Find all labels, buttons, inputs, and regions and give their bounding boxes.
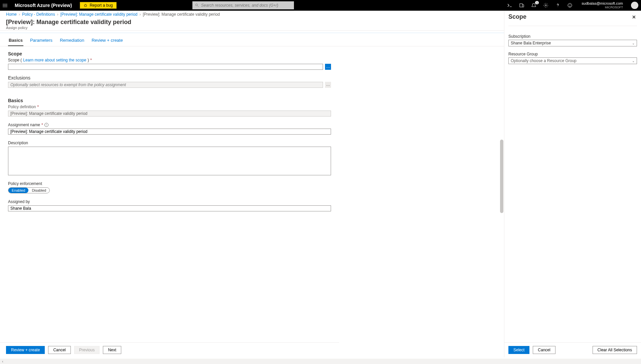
policy-definition-label: Policy definition (8, 105, 36, 109)
bug-icon (84, 3, 88, 7)
subscription-value: Shane Bala Enterprise (511, 41, 551, 45)
account-tenant: MICROSOFT (582, 5, 623, 9)
feedback-icon[interactable] (567, 2, 573, 8)
vertical-scrollbar[interactable] (499, 29, 504, 344)
chevron-down-icon: ⌄ (632, 59, 635, 63)
chevron-right-icon: › (140, 12, 141, 17)
report-bug-label: Report a bug (90, 3, 113, 8)
main-action-bar: Review + create Cancel Previous Next (0, 342, 339, 357)
topbar-right: 1 sudbalas@microsoft.com MICROSOFT (507, 1, 638, 9)
tab-review-create[interactable]: Review + create (91, 36, 124, 46)
scope-picker-button[interactable]: … (325, 64, 331, 70)
brand-title: Microsoft Azure (Preview) (15, 3, 72, 8)
section-scope-heading: Scope (8, 51, 331, 56)
svg-point-5 (569, 4, 570, 5)
required-marker: * (41, 123, 43, 127)
description-label: Description (8, 141, 28, 145)
breadcrumb-link[interactable]: Home (6, 12, 17, 17)
next-button[interactable]: Next (103, 346, 121, 354)
scope-label-suffix: ) (88, 58, 89, 62)
close-icon[interactable]: ✕ (631, 14, 637, 20)
notifications-icon[interactable]: 1 (531, 2, 537, 8)
svg-point-3 (545, 5, 546, 6)
scope-flyout: Scope ✕ Subscription Shane Bala Enterpri… (504, 11, 641, 357)
section-basics-heading: Basics (8, 98, 331, 103)
flyout-title: Scope (508, 13, 526, 20)
global-search[interactable] (192, 1, 294, 9)
tab-remediation[interactable]: Remediation (59, 36, 85, 46)
svg-point-4 (568, 3, 572, 7)
top-bar: Microsoft Azure (Preview) Report a bug 1… (0, 0, 641, 11)
scope-input[interactable] (8, 64, 323, 70)
divider (508, 26, 637, 26)
previous-button: Previous (74, 346, 100, 354)
settings-icon[interactable] (543, 2, 549, 8)
search-icon (195, 3, 199, 7)
chevron-right-icon: › (57, 12, 58, 17)
clear-all-button[interactable]: Clear All Selections (593, 346, 637, 354)
svg-rect-2 (520, 4, 522, 7)
svg-point-6 (571, 4, 571, 5)
required-marker: * (37, 105, 39, 109)
notification-badge: 1 (535, 1, 539, 4)
scope-label-prefix: Scope ( (8, 58, 22, 62)
review-create-button[interactable]: Review + create (6, 346, 45, 354)
search-input[interactable] (201, 3, 291, 8)
subscription-select[interactable]: Shane Bala Enterprise ⌄ (508, 40, 637, 46)
breadcrumb-link[interactable]: [Preview]: Manage certificate validity p… (60, 12, 138, 17)
tab-basics[interactable]: Basics (8, 36, 23, 46)
assignment-name-input[interactable] (8, 129, 331, 135)
enforcement-disabled-option[interactable]: Disabled (28, 188, 49, 193)
menu-icon[interactable] (3, 2, 9, 9)
svg-point-0 (85, 5, 87, 7)
flyout-cancel-button[interactable]: Cancel (533, 346, 555, 354)
account-block[interactable]: sudbalas@microsoft.com MICROSOFT (582, 1, 623, 9)
assigned-by-label: Assigned by (8, 199, 30, 204)
account-email: sudbalas@microsoft.com (582, 1, 623, 5)
report-bug-button[interactable]: Report a bug (80, 2, 116, 9)
policy-enforcement-toggle[interactable]: Enabled Disabled (8, 187, 50, 193)
form-area: Scope Scope (Learn more about setting th… (0, 46, 339, 211)
svg-point-1 (196, 4, 198, 6)
resource-group-label: Resource Group (508, 52, 637, 56)
breadcrumb-current: [Preview]: Manage certificate validity p… (143, 12, 220, 17)
subscription-label: Subscription (508, 34, 637, 39)
description-input[interactable] (8, 147, 331, 175)
directory-switch-icon[interactable] (519, 2, 525, 8)
avatar[interactable] (631, 2, 638, 9)
info-icon[interactable]: i (44, 123, 48, 127)
enforcement-enabled-option[interactable]: Enabled (8, 188, 28, 193)
exclusions-heading: Exclusions (8, 75, 331, 80)
required-marker: * (90, 58, 92, 62)
breadcrumb-link[interactable]: Policy - Definitions (22, 12, 55, 17)
scroll-left-icon[interactable]: ‹ (0, 360, 5, 363)
horizontal-scrollbar[interactable]: ‹ (0, 359, 641, 364)
select-button[interactable]: Select (508, 346, 529, 354)
policy-definition-input (8, 111, 331, 117)
scope-learn-more-link[interactable]: Learn more about setting the scope (23, 58, 86, 62)
resource-group-placeholder: Optionally choose a Resource Group (511, 58, 577, 63)
chevron-right-icon: › (19, 12, 20, 17)
assignment-name-label: Assignment name (8, 123, 40, 127)
flyout-action-bar: Select Cancel Clear All Selections (504, 342, 641, 357)
exclusions-input (8, 82, 323, 88)
policy-enforcement-label: Policy enforcement (8, 181, 42, 186)
chevron-down-icon: ⌄ (632, 41, 635, 45)
tab-parameters[interactable]: Parameters (29, 36, 53, 46)
cancel-button[interactable]: Cancel (48, 346, 70, 354)
exclusions-picker-button: … (325, 82, 331, 88)
cloud-shell-icon[interactable] (507, 2, 513, 8)
assigned-by-input[interactable] (8, 205, 331, 211)
help-icon[interactable] (555, 2, 561, 8)
scope-label-row: Scope (Learn more about setting the scop… (8, 58, 331, 62)
resource-group-select[interactable]: Optionally choose a Resource Group ⌄ (508, 57, 637, 64)
